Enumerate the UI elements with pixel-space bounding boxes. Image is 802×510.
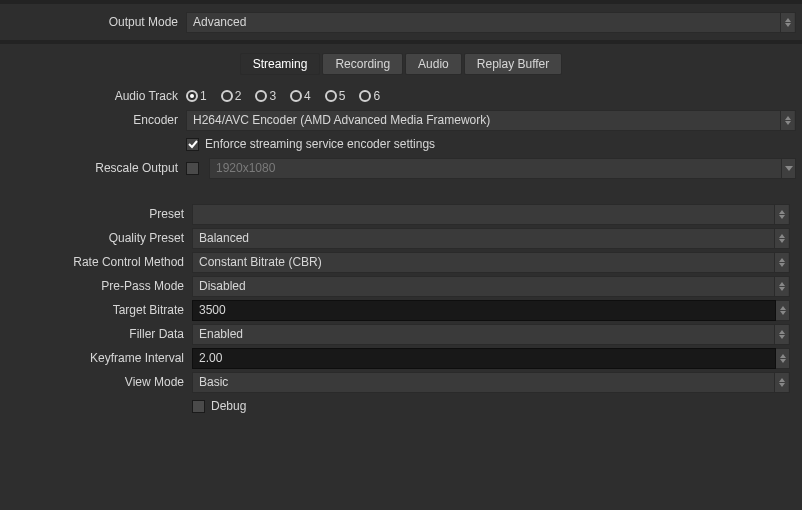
filler-data-dropdown[interactable]: Enabled bbox=[192, 324, 790, 345]
audio-track-6-label: 6 bbox=[373, 89, 380, 103]
updown-icon bbox=[780, 13, 794, 32]
audio-track-3-label: 3 bbox=[269, 89, 276, 103]
preset-row: Preset bbox=[6, 202, 796, 226]
quality-preset-dropdown[interactable]: Balanced bbox=[192, 228, 790, 249]
debug-row: Debug bbox=[6, 394, 796, 418]
rescale-value: 1920x1080 bbox=[216, 161, 775, 175]
encoder-value: H264/AVC Encoder (AMD Advanced Media Fra… bbox=[193, 113, 776, 127]
rescale-row: Rescale Output 1920x1080 bbox=[0, 156, 802, 180]
enforce-label: Enforce streaming service encoder settin… bbox=[205, 137, 435, 151]
encoder-dropdown[interactable]: H264/AVC Encoder (AMD Advanced Media Fra… bbox=[186, 110, 796, 131]
rate-control-label: Rate Control Method bbox=[12, 255, 192, 269]
rate-control-row: Rate Control Method Constant Bitrate (CB… bbox=[6, 250, 796, 274]
audio-track-1-label: 1 bbox=[200, 89, 207, 103]
audio-track-label: Audio Track bbox=[6, 89, 186, 103]
pre-pass-row: Pre-Pass Mode Disabled bbox=[6, 274, 796, 298]
output-mode-value: Advanced bbox=[193, 15, 776, 29]
encoder-row: Encoder H264/AVC Encoder (AMD Advanced M… bbox=[0, 108, 802, 132]
target-bitrate-input[interactable]: 3500 bbox=[192, 300, 776, 321]
filler-data-label: Filler Data bbox=[12, 327, 192, 341]
audio-track-4-label: 4 bbox=[304, 89, 311, 103]
preset-dropdown[interactable] bbox=[192, 204, 790, 225]
keyframe-interval-label: Keyframe Interval bbox=[12, 351, 192, 365]
check-icon bbox=[188, 139, 198, 149]
target-bitrate-value: 3500 bbox=[199, 303, 769, 317]
output-mode-row: Output Mode Advanced bbox=[0, 4, 802, 40]
target-bitrate-label: Target Bitrate bbox=[12, 303, 192, 317]
filler-data-value: Enabled bbox=[199, 327, 770, 341]
audio-track-radio-5[interactable] bbox=[325, 90, 337, 102]
updown-icon bbox=[774, 229, 788, 248]
pre-pass-value: Disabled bbox=[199, 279, 770, 293]
audio-track-radio-6[interactable] bbox=[359, 90, 371, 102]
target-bitrate-row: Target Bitrate 3500 bbox=[6, 298, 796, 322]
keyframe-interval-row: Keyframe Interval 2.00 bbox=[6, 346, 796, 370]
audio-track-radio-2[interactable] bbox=[221, 90, 233, 102]
audio-track-2-label: 2 bbox=[235, 89, 242, 103]
rescale-checkbox[interactable] bbox=[186, 162, 199, 175]
updown-icon bbox=[774, 277, 788, 296]
quality-preset-value: Balanced bbox=[199, 231, 770, 245]
tab-bar: Streaming Recording Audio Replay Buffer bbox=[0, 44, 802, 84]
pre-pass-label: Pre-Pass Mode bbox=[12, 279, 192, 293]
pre-pass-dropdown[interactable]: Disabled bbox=[192, 276, 790, 297]
audio-track-radio-3[interactable] bbox=[255, 90, 267, 102]
updown-icon bbox=[774, 325, 788, 344]
rescale-label: Rescale Output bbox=[6, 161, 186, 175]
rescale-dropdown[interactable]: 1920x1080 bbox=[209, 158, 782, 179]
view-mode-dropdown[interactable]: Basic bbox=[192, 372, 790, 393]
target-bitrate-stepper[interactable] bbox=[776, 300, 790, 321]
debug-checkbox[interactable] bbox=[192, 400, 205, 413]
rate-control-value: Constant Bitrate (CBR) bbox=[199, 255, 770, 269]
view-mode-value: Basic bbox=[199, 375, 770, 389]
updown-icon bbox=[780, 111, 794, 130]
preset-label: Preset bbox=[12, 207, 192, 221]
debug-label: Debug bbox=[211, 399, 246, 413]
quality-preset-label: Quality Preset bbox=[12, 231, 192, 245]
keyframe-interval-input[interactable]: 2.00 bbox=[192, 348, 776, 369]
tab-recording[interactable]: Recording bbox=[322, 53, 403, 75]
view-mode-label: View Mode bbox=[12, 375, 192, 389]
audio-track-radios: 1 2 3 4 5 6 bbox=[186, 89, 796, 103]
output-mode-label: Output Mode bbox=[6, 15, 186, 29]
updown-icon bbox=[774, 373, 788, 392]
audio-track-row: Audio Track 1 2 3 4 5 6 bbox=[0, 84, 802, 108]
audio-track-radio-4[interactable] bbox=[290, 90, 302, 102]
audio-track-radio-1[interactable] bbox=[186, 90, 198, 102]
rate-control-dropdown[interactable]: Constant Bitrate (CBR) bbox=[192, 252, 790, 273]
keyframe-interval-value: 2.00 bbox=[199, 351, 769, 365]
enforce-checkbox[interactable] bbox=[186, 138, 199, 151]
updown-icon bbox=[774, 205, 788, 224]
chevron-down-icon[interactable] bbox=[782, 158, 796, 179]
output-mode-dropdown[interactable]: Advanced bbox=[186, 12, 796, 33]
enforce-row: Enforce streaming service encoder settin… bbox=[0, 132, 802, 156]
updown-icon bbox=[774, 253, 788, 272]
audio-track-5-label: 5 bbox=[339, 89, 346, 103]
tab-streaming[interactable]: Streaming bbox=[240, 53, 321, 75]
encoder-label: Encoder bbox=[6, 113, 186, 127]
view-mode-row: View Mode Basic bbox=[6, 370, 796, 394]
tab-replay-buffer[interactable]: Replay Buffer bbox=[464, 53, 563, 75]
keyframe-interval-stepper[interactable] bbox=[776, 348, 790, 369]
filler-data-row: Filler Data Enabled bbox=[6, 322, 796, 346]
tab-audio[interactable]: Audio bbox=[405, 53, 462, 75]
quality-preset-row: Quality Preset Balanced bbox=[6, 226, 796, 250]
